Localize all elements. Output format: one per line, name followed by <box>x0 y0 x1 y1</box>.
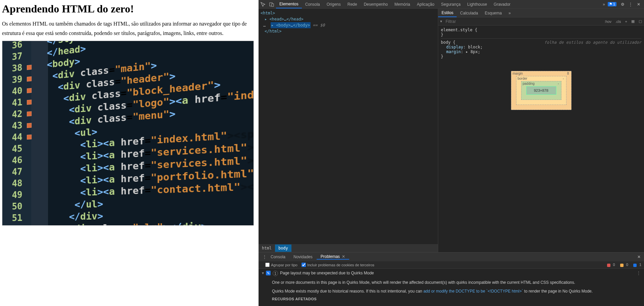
hov-toggle[interactable]: :hov <box>602 20 613 24</box>
devtools-tab-desempenho[interactable]: Desempenho <box>360 0 391 8</box>
issues-badge[interactable]: ⚑1 <box>608 2 616 6</box>
drawer-tab-novidades[interactable]: Novidades <box>289 255 317 259</box>
styles-tab-estilos[interactable]: Estilos <box>438 9 457 17</box>
drawer-close-icon[interactable]: ✕ <box>634 255 644 259</box>
styles-panel: Estilos Calculada Esquema » ▾ :hov .cls … <box>438 9 644 252</box>
drawer-tab-problemas[interactable]: Problemas✕ <box>317 254 349 260</box>
element-style-rule[interactable]: element.style { <box>441 28 641 32</box>
dom-tree[interactable]: <html> ▸ <head>…</head> … ▸ <body>…</bod… <box>259 9 438 244</box>
settings-icon[interactable]: ⚙ <box>618 2 627 7</box>
devtools-toolbar: ElementosConsolaOrigensRedeDesempenhoMem… <box>259 0 644 9</box>
issue-count-badge: 1 <box>273 271 278 276</box>
tabs-overflow-icon[interactable]: » <box>505 9 514 17</box>
device-toggle-icon[interactable] <box>267 0 276 9</box>
styles-tab-calculada[interactable]: Calculada <box>457 9 481 17</box>
kebab-icon[interactable]: ⋮ <box>627 2 635 7</box>
drawer-menu-icon[interactable]: ⋮ <box>259 255 267 259</box>
devtools: ElementosConsolaOrigensRedeDesempenhoMem… <box>259 0 644 306</box>
issue-title: Page layout may be unexpected due to Qui… <box>280 271 374 275</box>
flex-icon[interactable]: ▦ <box>629 19 637 24</box>
devtools-tab-gravador[interactable]: Gravador <box>490 0 514 8</box>
issue-row[interactable]: ▾ ✎ 1 Page layout may be unexpected due … <box>259 269 644 278</box>
breadcrumb: html body <box>259 244 438 252</box>
rendered-page: Aprendendo HTML do zero! Os elementos HT… <box>0 0 259 306</box>
drawer: ⋮ Consola Novidades Problemas✕ ✕ Agrupar… <box>259 252 644 306</box>
affected-resources-label: RECURSOS AFETADOS <box>259 296 644 302</box>
issue-description: One or more documents in this page is in… <box>259 278 644 287</box>
include-cookies-label: Incluir problemas de cookies de terceiro… <box>307 263 374 267</box>
tabs-overflow-icon[interactable]: » <box>603 2 605 7</box>
devtools-tab-aplicação[interactable]: Aplicação <box>414 0 438 8</box>
devtools-tab-segurança[interactable]: Segurança <box>438 0 464 8</box>
dom-node: <html> <box>261 10 436 16</box>
elements-panel: <html> ▸ <head>…</head> … ▸ <body>…</bod… <box>259 9 438 252</box>
devtools-tab-lighthouse[interactable]: Lighthouse <box>464 0 491 8</box>
new-rule-icon[interactable]: + <box>623 20 629 24</box>
crumb-body[interactable]: body <box>275 244 291 252</box>
styles-filter-input[interactable] <box>444 19 602 24</box>
issue-type-icon: ✎ <box>266 271 271 275</box>
devtools-tab-consola[interactable]: Consola <box>302 0 323 8</box>
svg-rect-1 <box>272 4 274 6</box>
filter-icon: ▾ <box>438 19 444 24</box>
devtools-tab-elementos[interactable]: Elementos <box>276 0 302 8</box>
code-editor-image: 36 </style>37 </head>38 <body>39 <div cl… <box>2 41 254 226</box>
issue-kebab-icon[interactable]: ⋮ <box>637 271 641 275</box>
page-title: Aprendendo HTML do zero! <box>2 3 257 15</box>
crumb-html[interactable]: html <box>259 244 275 252</box>
issue-description: Quirks Mode exists mostly due to histori… <box>259 287 644 296</box>
computed-icon[interactable]: ▢ <box>637 19 644 24</box>
doctype-fix-link[interactable]: add or modify the DOCTYPE to be `<!DOCTY… <box>423 289 523 294</box>
issue-counters: 0 0 1 <box>603 263 642 267</box>
group-by-type-label: Agrupar por tipo <box>271 263 297 267</box>
close-devtools-icon[interactable]: ✕ <box>635 2 643 7</box>
devtools-tab-rede[interactable]: Rede <box>344 0 361 8</box>
drawer-tab-consola[interactable]: Consola <box>267 255 289 259</box>
devtools-tabs: ElementosConsolaOrigensRedeDesempenhoMem… <box>276 0 514 8</box>
inspect-icon[interactable] <box>259 0 267 9</box>
group-by-type-checkbox[interactable] <box>265 263 270 267</box>
cls-toggle[interactable]: .cls <box>613 20 623 24</box>
box-model[interactable]: margin8 border- padding- 923×878 <box>511 71 571 110</box>
styles-tab-esquema[interactable]: Esquema <box>481 9 505 17</box>
ua-stylesheet-label: folha de estilos do agente do utilizador <box>544 40 641 45</box>
dom-node: </html> <box>261 28 436 34</box>
dom-node: ▸ <head>…</head> <box>261 16 436 22</box>
dom-node-selected: … ▸ <body>…</body>== $0 <box>261 22 436 28</box>
include-cookies-checkbox[interactable] <box>302 263 306 267</box>
devtools-tab-origens[interactable]: Origens <box>323 0 344 8</box>
box-model-content: 923×878 <box>526 86 556 95</box>
page-paragraph: Os elementos HTML ou também chamados de … <box>2 19 257 38</box>
devtools-tab-memória[interactable]: Memória <box>391 0 414 8</box>
close-tab-icon[interactable]: ✕ <box>342 254 345 259</box>
chevron-down-icon[interactable]: ▾ <box>262 271 264 275</box>
